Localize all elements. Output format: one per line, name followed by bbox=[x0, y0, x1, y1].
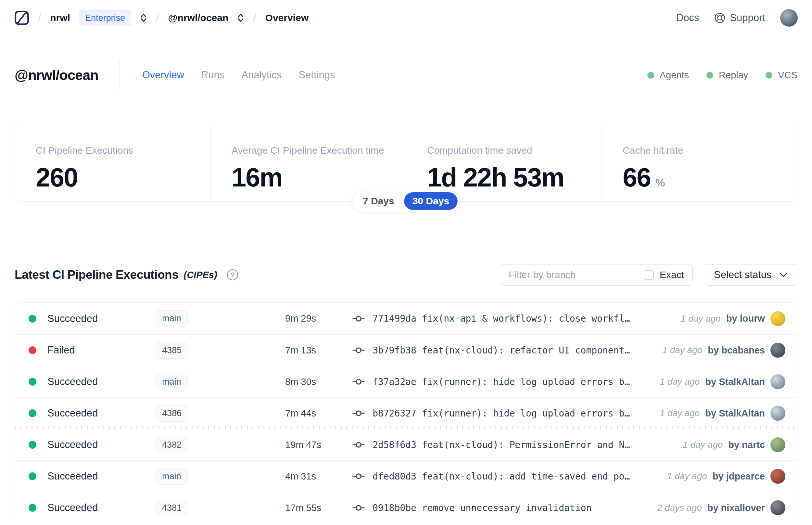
branch-filter-input[interactable]: Filter by branch bbox=[500, 265, 635, 285]
author-label: by bcabanes bbox=[708, 345, 765, 356]
status-dot-icon bbox=[29, 504, 36, 512]
tab-settings[interactable]: Settings bbox=[298, 69, 335, 81]
workspace-title: @nrwl/ocean bbox=[15, 67, 98, 83]
author-label: by StalkAltan bbox=[705, 376, 765, 387]
commit-message[interactable]: 2d58f6d3 feat(nx-cloud): PermissionError… bbox=[372, 439, 630, 450]
time-ago-label: 1 day ago bbox=[681, 314, 721, 324]
select-status-dropdown[interactable]: Select status bbox=[704, 264, 797, 286]
nx-cloud-logo-icon[interactable] bbox=[14, 10, 29, 25]
cipe-table-row[interactable]: Succeeded 4381 17m 55s 0918b0be remove u… bbox=[15, 492, 797, 523]
status-cell: Succeeded bbox=[29, 376, 156, 388]
branch-badge[interactable]: main bbox=[156, 374, 188, 390]
branch-badge[interactable]: 4385 bbox=[156, 342, 188, 359]
green-status-dot-icon bbox=[706, 72, 713, 79]
commit-cell: b8726327 fix(runner): hide log upload er… bbox=[352, 408, 653, 419]
time-ago-label: 1 day ago bbox=[683, 439, 723, 450]
cipe-table-row[interactable]: Succeeded 4386 7m 44s b8726327 fix(runne… bbox=[15, 397, 797, 429]
branch-cell: 4385 bbox=[156, 342, 285, 359]
duration-label: 9m 29s bbox=[285, 313, 352, 324]
author-avatar[interactable] bbox=[770, 374, 785, 389]
status-dot-icon bbox=[29, 472, 36, 480]
author-avatar[interactable] bbox=[770, 469, 785, 484]
status-dot-icon bbox=[29, 409, 36, 417]
author-avatar[interactable] bbox=[770, 406, 785, 421]
status-label: Succeeded bbox=[47, 470, 98, 482]
branch-badge[interactable]: 4386 bbox=[156, 405, 188, 422]
tab-analytics[interactable]: Analytics bbox=[241, 69, 281, 81]
branch-cell: 4382 bbox=[156, 437, 285, 453]
breadcrumb-separator: / bbox=[156, 11, 159, 25]
cipe-table-row[interactable]: Succeeded 4382 19m 47s 2d58f6d3 feat(nx-… bbox=[15, 429, 797, 460]
chevron-down-icon bbox=[780, 273, 787, 278]
legend-item-replay: Replay bbox=[706, 70, 748, 80]
user-avatar[interactable] bbox=[780, 9, 798, 27]
author-avatar[interactable] bbox=[770, 311, 785, 326]
cipe-table-row[interactable]: Succeeded main 8m 30s f37a32ae fix(runne… bbox=[15, 366, 797, 397]
org-switcher-chevrons-icon[interactable] bbox=[140, 13, 147, 23]
commit-message[interactable]: 0918b0be remove unnecessary invalidation bbox=[372, 502, 592, 513]
breadcrumb-org[interactable]: nrwl bbox=[50, 12, 70, 24]
commit-cell: f37a32ae fix(runner): hide log upload er… bbox=[352, 376, 653, 387]
author-avatar[interactable] bbox=[770, 343, 785, 358]
duration-label: 8m 30s bbox=[285, 376, 352, 387]
breadcrumb-workspace[interactable]: @nrwl/ocean bbox=[168, 12, 228, 24]
stat-card-ci-pipeline-executions: CI Pipeline Executions 260 bbox=[15, 124, 211, 201]
help-question-icon[interactable]: ? bbox=[226, 269, 239, 281]
cipe-table-row[interactable]: Failed 4385 7m 13s 3b79fb38 feat(nx-clou… bbox=[15, 334, 797, 366]
tab-runs[interactable]: Runs bbox=[201, 69, 225, 81]
author-label: by nartc bbox=[728, 439, 765, 450]
commit-message[interactable]: f37a32ae fix(runner): hide log upload er… bbox=[372, 376, 630, 387]
status-dot-icon bbox=[29, 378, 36, 386]
breadcrumb-separator: / bbox=[253, 11, 256, 25]
tab-overview[interactable]: Overview bbox=[142, 69, 184, 81]
support-link[interactable]: Support bbox=[714, 12, 765, 24]
cipe-section-title-suffix: (CIPEs) bbox=[184, 270, 217, 280]
branch-badge[interactable]: main bbox=[156, 468, 188, 485]
time-ago-label: 2 days ago bbox=[657, 502, 702, 513]
svg-text:?: ? bbox=[231, 271, 234, 279]
branch-cell: 4381 bbox=[156, 500, 285, 516]
commit-message[interactable]: b8726327 fix(runner): hide log upload er… bbox=[372, 408, 630, 419]
row-meta: 1 day ago by StalkAltan bbox=[653, 374, 785, 389]
percent-suffix: % bbox=[656, 177, 665, 189]
exact-checkbox[interactable] bbox=[644, 270, 654, 280]
row-meta: 1 day ago by lourw bbox=[674, 311, 785, 326]
toggle-30-days[interactable]: 30 Days bbox=[404, 192, 458, 210]
branch-badge[interactable]: main bbox=[156, 310, 188, 327]
branch-badge[interactable]: 4381 bbox=[156, 500, 188, 516]
status-dot-icon bbox=[29, 315, 36, 322]
author-avatar[interactable] bbox=[770, 437, 785, 452]
author-avatar[interactable] bbox=[770, 500, 785, 515]
branch-cell: main bbox=[156, 374, 285, 390]
workspace-tabs: Overview Runs Analytics Settings bbox=[142, 69, 335, 81]
cipe-table: Succeeded main 9m 29s 771499da fix(nx-ap… bbox=[15, 302, 797, 523]
status-cell: Succeeded bbox=[29, 313, 156, 325]
branch-cell: 4386 bbox=[156, 405, 285, 422]
workspace-switcher-chevrons-icon[interactable] bbox=[237, 13, 244, 23]
cipe-table-row[interactable]: Succeeded main 9m 29s 771499da fix(nx-ap… bbox=[15, 303, 797, 334]
cipe-section-header: Latest CI Pipeline Executions (CIPEs) ? … bbox=[15, 264, 797, 286]
branch-badge[interactable]: 4382 bbox=[156, 437, 188, 453]
status-label: Succeeded bbox=[47, 407, 98, 419]
stat-card-cache-hit-rate: Cache hit rate 66 % bbox=[601, 124, 797, 201]
green-status-dot-icon bbox=[647, 72, 654, 79]
status-label: Succeeded bbox=[47, 313, 98, 325]
cipe-filter-controls: Filter by branch Exact Select status bbox=[500, 264, 797, 286]
cipe-table-row[interactable]: Succeeded main 4m 31s dfed80d3 feat(nx-c… bbox=[15, 460, 797, 492]
duration-label: 17m 55s bbox=[285, 502, 352, 513]
vertical-divider bbox=[119, 61, 120, 89]
docs-link[interactable]: Docs bbox=[676, 12, 699, 24]
git-commit-icon bbox=[352, 347, 365, 354]
exact-filter-segment: Exact bbox=[635, 265, 692, 285]
row-meta: 1 day ago by jdpearce bbox=[661, 469, 785, 484]
commit-cell: 0918b0be remove unnecessary invalidation bbox=[352, 502, 651, 513]
row-meta: 1 day ago by StalkAltan bbox=[653, 406, 785, 421]
branch-filter-group: Filter by branch Exact bbox=[500, 264, 693, 286]
toggle-7-days[interactable]: 7 Days bbox=[354, 192, 403, 210]
commit-message[interactable]: 3b79fb38 feat(nx-cloud): refactor UI com… bbox=[372, 345, 630, 356]
status-cell: Failed bbox=[29, 344, 156, 356]
commit-message[interactable]: dfed80d3 feat(nx-cloud): add time-saved … bbox=[372, 471, 630, 482]
status-dot-icon bbox=[29, 441, 36, 449]
commit-message[interactable]: 771499da fix(nx-api & workflows): close … bbox=[372, 313, 630, 324]
duration-label: 7m 44s bbox=[285, 408, 352, 419]
